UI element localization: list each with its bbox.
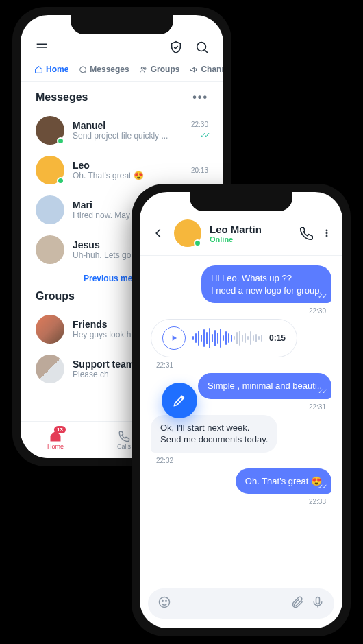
message-out[interactable]: Simple , minimal and beauti..✓✓ <box>198 373 331 399</box>
svg-point-0 <box>197 43 206 51</box>
svg-rect-10 <box>316 597 320 604</box>
message-out[interactable]: Hi Leo. Whats up ?? I need a new logo fo… <box>201 265 331 303</box>
svg-point-6 <box>326 235 327 237</box>
avatar <box>36 355 64 383</box>
avatar <box>36 315 64 344</box>
voice-message[interactable]: 0:15 <box>151 319 297 357</box>
menu-icon[interactable] <box>34 40 49 55</box>
shield-icon[interactable] <box>168 40 184 55</box>
chat-row[interactable]: ManuelSend project file quickly ... 22:3… <box>21 110 223 150</box>
emoji-icon[interactable] <box>158 595 171 612</box>
avatar <box>36 116 64 145</box>
chat-preview: Send project file quickly ... <box>73 131 183 141</box>
avatar[interactable] <box>174 219 201 247</box>
mic-icon[interactable] <box>311 595 325 612</box>
read-icon: ✓✓ <box>318 482 326 492</box>
message-time: 22:31 <box>151 361 173 369</box>
message-out[interactable]: Oh. That's great 😍✓✓ <box>236 468 331 494</box>
tab-messages[interactable]: Messeges <box>78 64 129 74</box>
chat-title: Leo Martin <box>210 224 290 235</box>
message-text: Oh. That's great 😍 <box>245 476 322 486</box>
search-icon[interactable] <box>195 40 210 55</box>
compose-bar[interactable] <box>148 588 334 619</box>
read-icon: ✓✓ <box>318 291 326 301</box>
svg-point-1 <box>141 67 143 69</box>
compose-button[interactable] <box>162 383 197 418</box>
svg-point-5 <box>326 232 327 234</box>
message-time: 22:33 <box>309 498 331 505</box>
avatar <box>36 235 64 264</box>
more-vert-icon[interactable] <box>322 226 331 241</box>
tabbar-home[interactable]: 13 Home <box>47 430 64 450</box>
tab-home[interactable]: Home <box>34 64 68 74</box>
svg-point-7 <box>160 597 170 608</box>
message-text: Simple , minimal and beauti.. <box>208 381 322 391</box>
chat-name: Leo <box>73 160 183 171</box>
chat-time: 22:30 <box>191 121 208 128</box>
avatar <box>36 195 64 224</box>
svg-point-2 <box>144 67 146 69</box>
svg-point-4 <box>326 230 327 231</box>
read-icon: ✓✓ <box>318 387 326 396</box>
message-time: 22:32 <box>151 457 173 464</box>
chat-status: Online <box>210 235 290 243</box>
back-icon[interactable] <box>151 226 166 241</box>
read-icon: ✓✓ <box>200 131 208 140</box>
more-icon[interactable]: ••• <box>192 91 208 104</box>
play-icon[interactable] <box>162 326 186 350</box>
call-icon[interactable] <box>299 226 314 241</box>
tab-groups[interactable]: Groups <box>139 64 180 74</box>
message-text: Ok, I'll start next week. Send me docume… <box>160 422 268 445</box>
chat-preview: Oh. That's great 😍 <box>73 171 183 180</box>
attach-icon[interactable] <box>290 595 304 612</box>
section-title-groups: Groups <box>36 290 75 302</box>
waveform <box>192 328 262 348</box>
message-in[interactable]: Ok, I'll start next week. Send me docume… <box>151 415 277 453</box>
avatar <box>36 156 64 184</box>
tabbar-label: Calls <box>117 443 131 450</box>
voice-duration: 0:15 <box>269 333 286 343</box>
message-text: Hi Leo. Whats up ?? I need a new logo fo… <box>211 273 322 296</box>
badge: 13 <box>54 426 66 433</box>
top-tabs: Home Messeges Groups Channels <box>21 60 223 82</box>
tabbar-label: Home <box>47 443 64 450</box>
tabbar-calls[interactable]: Calls <box>117 430 131 450</box>
section-title-messages: Messeges <box>36 91 88 104</box>
message-time: 22:30 <box>309 307 331 315</box>
svg-point-9 <box>166 601 167 602</box>
svg-point-8 <box>162 601 164 602</box>
message-time: 22:31 <box>309 403 331 411</box>
tab-channels[interactable]: Channels <box>189 64 223 74</box>
chat-time: 20:13 <box>191 167 208 174</box>
chat-name: Manuel <box>73 120 183 131</box>
